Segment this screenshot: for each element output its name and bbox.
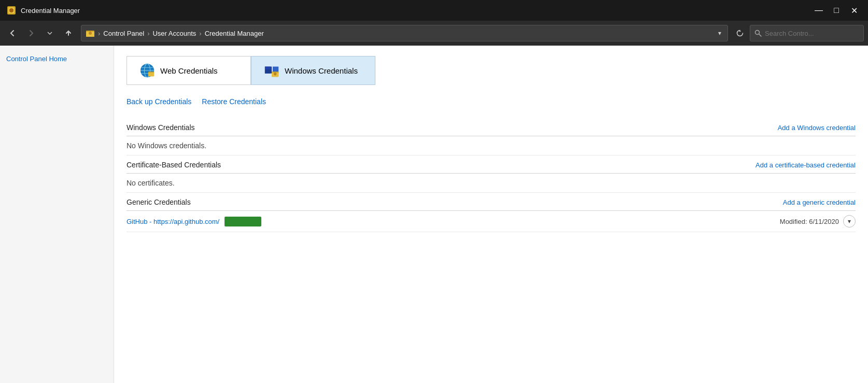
windows-credentials-icon (264, 63, 279, 78)
forward-button[interactable] (23, 25, 39, 41)
cred-item-redacted: ●●●●●●● (225, 217, 261, 226)
app-icon (6, 5, 17, 16)
restore-credentials-link[interactable]: Restore Credentials (202, 97, 266, 106)
generic-cred-title: Generic Credentials (127, 198, 191, 206)
svg-point-2 (9, 8, 13, 12)
search-box[interactable] (750, 25, 864, 41)
address-bar: › Control Panel › User Accounts › Creden… (81, 25, 728, 41)
recent-locations-button[interactable] (41, 25, 58, 41)
breadcrumb-control-panel[interactable]: Control Panel (103, 30, 144, 37)
svg-point-21 (274, 73, 277, 76)
address-icon (86, 29, 95, 38)
generic-cred-header: Generic Credentials Add a generic creden… (127, 193, 856, 211)
add-cert-credential-link[interactable]: Add a certificate-based credential (755, 161, 856, 169)
cred-expand-button[interactable]: ▾ (843, 215, 856, 228)
credential-item-github: GitHub - https://api.github.com/ ●●●●●●●… (127, 211, 856, 232)
sidebar-control-panel-home[interactable]: Control Panel Home (6, 54, 107, 64)
up-button[interactable] (60, 25, 77, 41)
breadcrumb-user-accounts[interactable]: User Accounts (152, 30, 196, 37)
content-area: Control Panel Home Web Credentials (0, 46, 868, 383)
title-bar: Credential Manager — □ ✕ (0, 0, 868, 21)
certificate-credentials-section: Certificate-Based Credentials Add a cert… (127, 155, 856, 193)
backup-credentials-link[interactable]: Back up Credentials (127, 97, 191, 106)
web-credentials-icon (139, 63, 155, 78)
sidebar: Control Panel Home (0, 46, 114, 383)
cred-item-right: Modified: 6/11/2020 ▾ (780, 215, 856, 228)
address-expand-button[interactable]: ▾ (716, 29, 723, 38)
app-title: Credential Manager (21, 7, 80, 15)
back-button[interactable] (4, 25, 21, 41)
close-button[interactable]: ✕ (846, 3, 862, 18)
search-icon (754, 30, 762, 37)
svg-rect-18 (265, 70, 271, 74)
add-generic-credential-link[interactable]: Add a generic credential (783, 198, 856, 206)
svg-rect-14 (148, 73, 154, 77)
nav-bar: › Control Panel › User Accounts › Creden… (0, 21, 868, 46)
svg-rect-17 (265, 67, 271, 70)
add-windows-credential-link[interactable]: Add a Windows credential (778, 124, 856, 132)
tab-windows-credentials[interactable]: Windows Credentials (251, 56, 375, 85)
cert-cred-header: Certificate-Based Credentials Add a cert… (127, 155, 856, 174)
main-panel: Web Credentials Windows Credentials (114, 46, 868, 383)
maximize-button[interactable]: □ (829, 3, 844, 18)
svg-point-5 (89, 32, 92, 35)
generic-credentials-section: Generic Credentials Add a generic creden… (127, 193, 856, 232)
breadcrumb-credential-manager[interactable]: Credential Manager (205, 30, 264, 37)
windows-cred-header: Windows Credentials Add a Windows creden… (127, 118, 856, 136)
tab-web-credentials[interactable]: Web Credentials (127, 56, 251, 85)
refresh-button[interactable] (732, 25, 748, 41)
minimize-button[interactable]: — (811, 3, 827, 18)
breadcrumb-sep-2: › (199, 30, 201, 37)
cred-item-modified: Modified: 6/11/2020 (780, 218, 839, 225)
credential-tabs: Web Credentials Windows Credentials (127, 56, 856, 85)
cred-item-name-github[interactable]: GitHub - https://api.github.com/ (127, 218, 219, 225)
breadcrumb-sep-0: › (98, 30, 100, 37)
tab-web-label: Web Credentials (160, 66, 218, 75)
cred-item-left: GitHub - https://api.github.com/ ●●●●●●● (127, 217, 261, 226)
cert-cred-empty: No certificates. (127, 174, 856, 193)
windows-cred-empty: No Windows credentials. (127, 136, 856, 155)
windows-cred-title: Windows Credentials (127, 123, 195, 132)
search-input[interactable] (765, 30, 859, 37)
svg-line-7 (759, 34, 762, 37)
action-links: Back up Credentials Restore Credentials (127, 97, 856, 106)
windows-credentials-section: Windows Credentials Add a Windows creden… (127, 118, 856, 155)
breadcrumb-sep-1: › (147, 30, 149, 37)
tab-windows-label: Windows Credentials (285, 66, 358, 75)
cert-cred-title: Certificate-Based Credentials (127, 161, 221, 169)
